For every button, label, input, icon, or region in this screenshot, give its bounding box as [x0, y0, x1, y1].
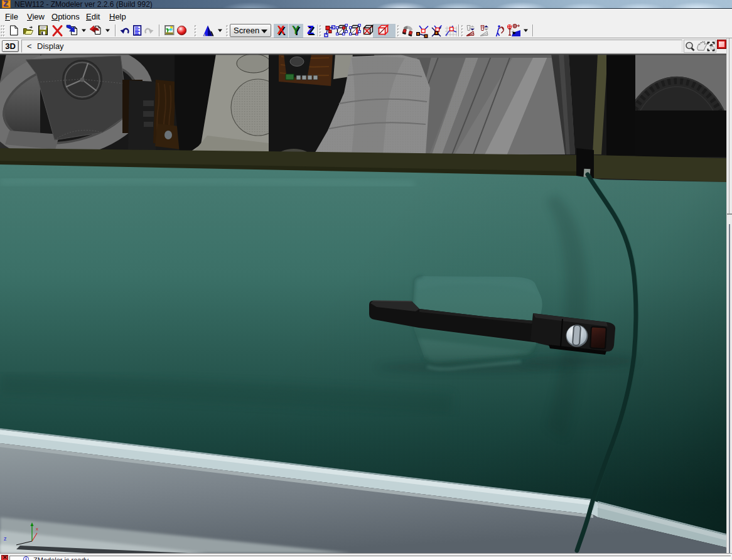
svg-text:z: z	[4, 536, 7, 542]
svg-text:x: x	[36, 526, 38, 532]
